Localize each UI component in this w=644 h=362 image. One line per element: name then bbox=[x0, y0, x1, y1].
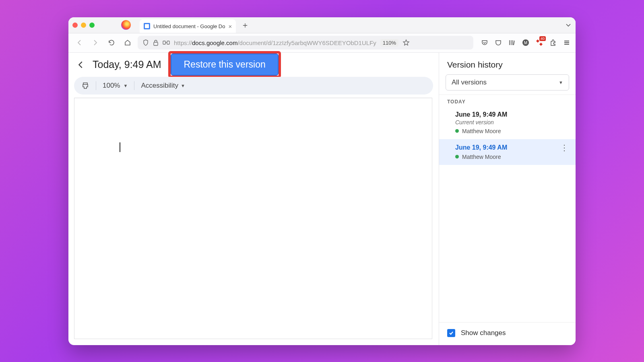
accessibility-menu[interactable]: Accessibility ▼ bbox=[141, 82, 185, 90]
version-menu-icon[interactable]: ⋮ bbox=[560, 146, 568, 149]
tab-title: Untitled document - Google Do bbox=[153, 23, 225, 29]
pocket-icon[interactable] bbox=[494, 39, 502, 47]
version-history-sidebar: Version history All versions ▼ TODAY Jun… bbox=[439, 53, 576, 345]
version-subtitle: Current version bbox=[455, 119, 568, 125]
svg-rect-1 bbox=[163, 41, 165, 44]
caret-down-icon: ▼ bbox=[123, 83, 128, 88]
text-cursor bbox=[120, 142, 120, 152]
caret-down-icon: ▼ bbox=[181, 83, 185, 88]
version-header: Today, 9:49 AM Restore this version bbox=[68, 53, 439, 77]
app-menu-icon[interactable] bbox=[563, 39, 571, 47]
toolbar-divider bbox=[134, 81, 134, 90]
account-icon[interactable]: M bbox=[522, 39, 530, 47]
window-zoom-icon[interactable] bbox=[89, 23, 95, 28]
save-pocket-icon[interactable] bbox=[481, 39, 489, 47]
show-changes-label: Show changes bbox=[461, 329, 506, 337]
lock-icon[interactable] bbox=[153, 39, 159, 46]
version-item-selected[interactable]: June 19, 9:49 AM Matthew Moore ⋮ bbox=[439, 139, 576, 165]
version-author: Matthew Moore bbox=[455, 128, 568, 134]
browser-tab[interactable]: Untitled document - Google Do × bbox=[140, 19, 236, 33]
svg-rect-0 bbox=[154, 42, 158, 45]
print-icon[interactable] bbox=[81, 82, 89, 90]
shield-icon[interactable] bbox=[142, 39, 149, 46]
toolbar-divider bbox=[96, 81, 96, 90]
zoom-dropdown[interactable]: 100% ▼ bbox=[103, 82, 128, 90]
url-toolbar: https://docs.google.com/document/d/1zzIz… bbox=[68, 33, 576, 53]
svg-text:M: M bbox=[524, 41, 527, 45]
extensions-puzzle-icon[interactable] bbox=[549, 39, 557, 47]
sidebar-title: Version history bbox=[439, 53, 576, 74]
url-text: https://docs.google.com/document/d/1zzIz… bbox=[174, 39, 376, 46]
home-button[interactable] bbox=[122, 37, 134, 49]
version-time: June 19, 9:49 AM bbox=[455, 111, 568, 118]
restore-highlight: Restore this version bbox=[168, 51, 281, 78]
reload-button[interactable] bbox=[105, 37, 118, 49]
nav-back-button[interactable] bbox=[73, 37, 85, 49]
doc-toolbar: 100% ▼ Accessibility ▼ bbox=[74, 77, 433, 95]
toolbar-right-icons: M 40 bbox=[481, 39, 571, 47]
zoom-indicator[interactable]: 110% bbox=[380, 39, 398, 47]
caret-down-icon: ▼ bbox=[559, 80, 563, 85]
show-changes-checkbox[interactable] bbox=[447, 329, 455, 337]
window-traffic-lights bbox=[72, 23, 95, 28]
firefox-icon bbox=[121, 20, 131, 30]
versions-filter-dropdown[interactable]: All versions ▼ bbox=[446, 74, 569, 90]
docs-favicon-icon bbox=[144, 23, 150, 29]
document-viewport[interactable] bbox=[68, 98, 439, 345]
new-tab-button[interactable]: ＋ bbox=[240, 20, 250, 30]
tabs-dropdown-icon[interactable] bbox=[565, 22, 572, 28]
nav-forward-button[interactable] bbox=[89, 37, 101, 49]
restore-version-button[interactable]: Restore this version bbox=[171, 53, 278, 76]
author-color-icon bbox=[455, 129, 459, 133]
author-color-icon bbox=[455, 155, 459, 158]
sidebar-footer: Show changes bbox=[439, 322, 576, 345]
document-page bbox=[74, 98, 432, 339]
window-close-icon[interactable] bbox=[72, 23, 78, 28]
extensions-icon[interactable]: 40 bbox=[535, 39, 543, 47]
tab-close-icon[interactable]: × bbox=[228, 23, 232, 30]
window-minimize-icon[interactable] bbox=[81, 23, 86, 28]
bookmark-star-icon[interactable] bbox=[402, 39, 410, 46]
version-time: June 19, 9:49 AM bbox=[455, 144, 568, 151]
version-author: Matthew Moore bbox=[455, 154, 568, 160]
library-icon[interactable] bbox=[508, 39, 516, 47]
tab-strip: Untitled document - Google Do × ＋ bbox=[68, 17, 576, 33]
extension-badge: 40 bbox=[539, 36, 546, 41]
sidebar-group-label: TODAY bbox=[439, 95, 576, 106]
version-timestamp: Today, 9:49 AM bbox=[93, 59, 161, 70]
back-arrow-button[interactable] bbox=[76, 60, 85, 70]
address-bar[interactable]: https://docs.google.com/document/d/1zzIz… bbox=[138, 36, 473, 49]
browser-window: Untitled document - Google Do × ＋ bbox=[68, 17, 576, 345]
version-item-current[interactable]: June 19, 9:49 AM Current version Matthew… bbox=[439, 106, 576, 139]
svg-rect-2 bbox=[167, 41, 169, 44]
permissions-icon[interactable] bbox=[163, 40, 170, 45]
